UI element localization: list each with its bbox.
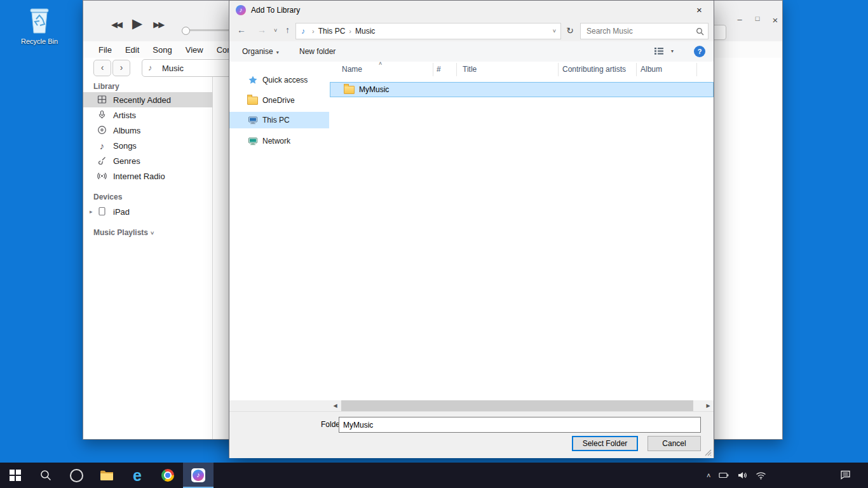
column-album[interactable]: Album xyxy=(641,65,662,74)
volume-slider[interactable] xyxy=(182,29,231,31)
nav-item-onedrive[interactable]: OneDrive xyxy=(229,92,329,109)
nav-back-button[interactable]: ‹ xyxy=(93,60,111,76)
recent-locations-chevron[interactable]: ˅ xyxy=(274,27,277,34)
new-folder-button[interactable]: New folder xyxy=(299,47,336,56)
scroll-right-button[interactable]: ▶ xyxy=(703,400,714,411)
battery-icon[interactable] xyxy=(719,472,729,478)
dialog-body: Quick access OneDrive This PC xyxy=(229,62,714,400)
media-kind-dropdown[interactable]: ♪ Music ˄ ˅ xyxy=(142,59,237,77)
horizontal-scrollbar[interactable]: ◀ ▶ xyxy=(330,400,714,411)
recycle-bin-icon xyxy=(27,5,51,34)
menu-song[interactable]: Song xyxy=(153,45,172,55)
help-button[interactable]: ? xyxy=(694,46,705,57)
breadcrumb-this-pc[interactable]: This PC xyxy=(318,27,346,36)
organise-button[interactable]: Organise▾ xyxy=(242,47,279,56)
folder-input[interactable] xyxy=(339,417,700,432)
back-button[interactable]: ← xyxy=(237,25,246,35)
taskbar: e ♪ ˄ xyxy=(0,463,868,488)
column-number[interactable]: # xyxy=(437,65,441,74)
expand-chevron-icon[interactable]: ▸ xyxy=(90,208,93,215)
sidebar-item-songs[interactable]: ♪ Songs xyxy=(83,138,212,153)
nav-forward-button[interactable]: › xyxy=(112,60,130,76)
sidebar-item-recently-added[interactable]: Recently Added xyxy=(83,92,212,107)
nav-item-this-pc[interactable]: This PC xyxy=(229,112,329,128)
itunes-icon: ♪ xyxy=(191,468,205,482)
taskbar-search-button[interactable] xyxy=(31,463,61,488)
close-button[interactable]: × xyxy=(771,15,780,25)
hidden-icons-chevron[interactable]: ˄ xyxy=(707,471,710,479)
location-music-icon: ♪ xyxy=(301,27,305,36)
cancel-button[interactable]: Cancel xyxy=(648,436,701,451)
cortana-icon xyxy=(70,469,83,482)
menu-edit[interactable]: Edit xyxy=(125,45,139,55)
itunes-taskbar-button[interactable]: ♪ xyxy=(183,463,214,488)
file-row-mymusic[interactable]: MyMusic xyxy=(330,82,714,97)
sidebar-item-genres[interactable]: Genres xyxy=(83,153,212,168)
address-bar[interactable]: ♪ › This PC › Music ˅ xyxy=(295,23,561,39)
volume-slider-knob[interactable] xyxy=(182,27,190,35)
column-contributing-artists[interactable]: Contributing artists xyxy=(562,65,626,74)
up-button[interactable]: ↑ xyxy=(285,25,290,35)
minimize-button[interactable]: – xyxy=(735,15,744,25)
nav-item-label: Quick access xyxy=(262,76,308,85)
sidebar-item-albums[interactable]: Albums xyxy=(83,123,212,138)
dialog-address-row: ← → ˅ ↑ ♪ › This PC › Music ˅ ↻ xyxy=(229,20,714,41)
column-headers: ˄ Name # Title Contributing artists Albu… xyxy=(329,62,714,78)
dialog-close-button[interactable]: × xyxy=(685,1,714,20)
breadcrumb-music[interactable]: Music xyxy=(355,27,375,36)
sort-ascending-icon: ˄ xyxy=(379,60,382,67)
file-list: ˄ Name # Title Contributing artists Albu… xyxy=(329,62,714,400)
file-explorer-button[interactable] xyxy=(92,463,122,488)
column-name[interactable]: Name xyxy=(342,65,362,74)
scrollbar-thumb[interactable] xyxy=(341,400,693,411)
album-record-icon xyxy=(97,125,107,136)
folder-input-box xyxy=(339,417,701,433)
sidebar-item-artists[interactable]: Artists xyxy=(83,107,212,123)
nav-item-label: This PC xyxy=(262,116,290,125)
cortana-button[interactable] xyxy=(61,463,92,488)
action-center-icon[interactable] xyxy=(840,470,851,480)
scroll-left-button[interactable]: ◀ xyxy=(330,400,341,411)
recently-added-icon xyxy=(97,95,107,105)
address-dropdown-chevron[interactable]: ˅ xyxy=(553,28,556,34)
search-box[interactable] xyxy=(580,23,709,39)
dialog-title: Add To Library xyxy=(251,6,300,15)
playlists-heading[interactable]: Music Playlists˅ xyxy=(93,228,154,237)
chrome-icon xyxy=(161,469,174,482)
this-pc-icon xyxy=(247,115,258,125)
rewind-button[interactable]: ◀◀ xyxy=(111,20,121,29)
nav-item-network[interactable]: Network xyxy=(229,133,329,149)
edge-button[interactable]: e xyxy=(122,463,153,488)
sidebar-item-label: iPad xyxy=(113,207,130,217)
search-input[interactable] xyxy=(585,24,695,38)
ipad-icon xyxy=(97,207,107,217)
menu-file[interactable]: File xyxy=(98,45,112,55)
start-button[interactable] xyxy=(0,463,31,488)
sidebar-item-label: Albums xyxy=(113,126,140,135)
sidebar-item-internet-radio[interactable]: Internet Radio xyxy=(83,168,212,184)
maximize-button[interactable]: □ xyxy=(753,15,762,25)
forward-button[interactable]: → xyxy=(257,25,266,35)
nav-item-quick-access[interactable]: Quick access xyxy=(229,72,329,88)
recycle-bin-desktop-icon[interactable]: Recycle Bin xyxy=(18,5,61,45)
view-mode-button[interactable]: ▾ xyxy=(654,47,674,55)
sidebar-item-label: Recently Added xyxy=(113,95,171,105)
resize-grip[interactable] xyxy=(704,449,712,456)
dialog-titlebar[interactable]: ♪ Add To Library × xyxy=(229,1,714,20)
network-wifi-icon[interactable] xyxy=(756,471,766,480)
search-icon[interactable] xyxy=(696,27,704,38)
refresh-button[interactable]: ↻ xyxy=(562,23,578,38)
menu-view[interactable]: View xyxy=(186,45,203,55)
add-to-library-dialog: ♪ Add To Library × ← → ˅ ↑ ♪ › This PC ›… xyxy=(229,0,714,458)
speaker-icon[interactable] xyxy=(737,471,747,480)
column-title[interactable]: Title xyxy=(463,65,477,74)
file-name: MyMusic xyxy=(359,85,389,94)
chrome-button[interactable] xyxy=(153,463,183,488)
quick-access-star-icon xyxy=(247,75,258,85)
play-button[interactable]: ▶ xyxy=(132,16,142,31)
select-folder-button[interactable]: Select Folder xyxy=(572,436,638,451)
fast-forward-button[interactable]: ▶▶ xyxy=(153,20,163,29)
sidebar-item-ipad[interactable]: ▸ iPad xyxy=(83,204,212,219)
devices-heading: Devices xyxy=(93,193,122,201)
onedrive-icon xyxy=(247,97,258,105)
